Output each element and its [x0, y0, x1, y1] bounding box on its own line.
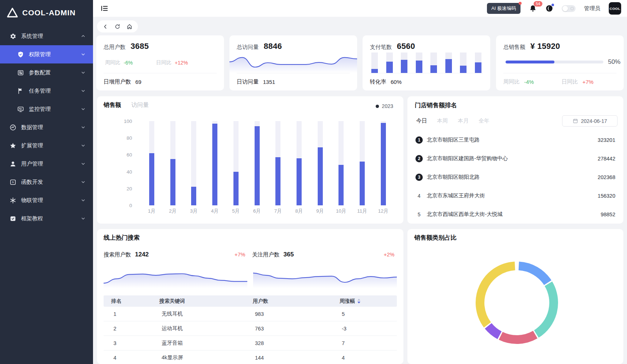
iot-icon: [9, 197, 16, 204]
theme-skin-button[interactable]: [545, 4, 553, 12]
store-name: 北京市朝阳区朝阳北路: [427, 174, 598, 181]
donut-segment-5: [480, 266, 515, 325]
bar-10月: [338, 165, 344, 205]
mini-bar-track: [401, 53, 407, 73]
sidebar-nav: 系统管理权限管理参数配置任务管理监控管理数据管理扩展管理用户管理fx函数开发物联…: [0, 27, 93, 228]
bar-8月: [297, 158, 302, 205]
week-ratio-value: -6%: [124, 60, 133, 66]
sidebar-item-shield[interactable]: 权限管理: [0, 45, 93, 63]
search-users-change: +7%: [235, 252, 245, 257]
chevron-down-icon: [81, 216, 86, 221]
dashboard-screen: COOL-ADMIN 系统管理权限管理参数配置任务管理监控管理数据管理扩展管理用…: [0, 0, 627, 364]
sidebar: COOL-ADMIN 系统管理权限管理参数配置任务管理监控管理数据管理扩展管理用…: [0, 0, 93, 364]
dark-mode-toggle[interactable]: [562, 5, 576, 12]
sidebar-item-fx[interactable]: fx函数开发: [0, 173, 93, 191]
ranking-tab[interactable]: 全年: [479, 117, 489, 124]
week-ratio-label: 周同比: [105, 59, 120, 66]
bar-9月: [318, 147, 323, 205]
table-cell: 3: [104, 340, 152, 346]
mini-bar-fill: [386, 62, 393, 73]
table-cell: -3: [332, 326, 397, 332]
x-axis-label: 8月: [291, 208, 307, 214]
stat-label: 总销售额: [503, 44, 525, 51]
category-share-title: 销售额类别占比: [414, 234, 457, 242]
store-sales-value: 278442: [598, 156, 615, 162]
avatar[interactable]: COOL: [609, 2, 621, 15]
bar-3月: [191, 187, 196, 205]
progress-track: [506, 61, 603, 63]
chevron-down-icon: [81, 179, 86, 185]
notifications-button[interactable]: 54: [529, 4, 537, 12]
table-row: 44k显示屏1444: [104, 351, 397, 364]
back-button[interactable]: [102, 24, 108, 30]
ranking-tab[interactable]: 本周: [437, 117, 448, 124]
table-cell: 763: [245, 326, 332, 332]
sidebar-item-gear[interactable]: 系统管理: [0, 27, 93, 45]
ranking-tab[interactable]: 本月: [458, 117, 469, 124]
user-icon: [9, 160, 16, 167]
sidebar-item-iot[interactable]: 物联管理: [0, 191, 93, 209]
store-name: 北京市朝阳区建国路-华贸购物中心: [427, 155, 598, 162]
stat-card-total-sales: 总销售额¥ 15920 50% 周同比-4% 日同比+7%: [496, 35, 624, 90]
bar-track: [255, 121, 260, 205]
legend-label: 2023: [382, 103, 393, 109]
follow-users-metric: 关注用户数 365: [252, 251, 294, 258]
table-header-cell[interactable]: 周涨幅: [332, 298, 397, 305]
shield-icon: [17, 51, 24, 58]
stat-card-payments: 支付笔数6560 转化率60%: [363, 35, 490, 90]
x-axis-label: 6月: [249, 208, 265, 214]
menu-fold-icon[interactable]: [100, 4, 108, 12]
notification-count-badge: 54: [534, 1, 542, 7]
sidebar-item-user[interactable]: 用户管理: [0, 155, 93, 173]
stat-label: 支付笔数: [370, 44, 392, 51]
sidebar-item-data[interactable]: 数据管理: [0, 118, 93, 136]
mini-bar-track: [416, 53, 422, 73]
bar-track: [191, 121, 196, 205]
sidebar-item-star[interactable]: 扩展管理: [0, 136, 93, 155]
day-ratio-value: +7%: [583, 79, 593, 85]
store-ranking-card: 门店销售额排名 今日本周本月全年 2024-06-17 1北京市朝阳区三里屯路3…: [407, 96, 623, 224]
ranking-row: 5北京市西城区西单北大街-大悦城98852: [407, 205, 623, 224]
y-axis-tick: 0: [110, 203, 132, 208]
y-axis-tick: 60: [110, 152, 132, 158]
chevron-down-icon: [81, 198, 86, 203]
sidebar-item-monitor[interactable]: 监控管理: [0, 100, 93, 118]
sales-progress: 50%: [506, 59, 620, 65]
bar-track: [297, 121, 302, 205]
footer-value: 1351: [263, 79, 275, 85]
table-cell: 1: [104, 311, 152, 317]
table-row: 3蓝牙音箱3287: [104, 336, 397, 351]
ranking-tab[interactable]: 今日: [416, 117, 427, 124]
sidebar-item-book[interactable]: 框架教程: [0, 209, 93, 228]
sidebar-item-params[interactable]: 参数配置: [0, 63, 93, 82]
x-axis-label: 4月: [207, 208, 223, 214]
params-icon: [17, 69, 24, 76]
footer-value: 60%: [391, 79, 402, 85]
rank-badge: 3: [415, 174, 423, 181]
ai-coding-button[interactable]: AI 极速编码: [487, 3, 520, 14]
bar-track: [149, 121, 154, 205]
home-button[interactable]: [127, 24, 132, 30]
table-cell: 7: [332, 340, 397, 346]
store-sales-value: 156320: [598, 193, 615, 199]
sidebar-item-flag[interactable]: 任务管理: [0, 82, 93, 100]
ranking-row: 4北京市东城区王府井大街156320: [407, 186, 623, 205]
week-ratio-value: -4%: [524, 79, 534, 85]
date-picker[interactable]: 2024-06-17: [562, 115, 618, 127]
footer-label: 日增用户数: [104, 78, 131, 85]
table-cell: 144: [245, 355, 332, 361]
chart-legend: 2023: [376, 103, 393, 109]
table-header-cell: 搜索关键词: [152, 298, 245, 305]
tab-sales[interactable]: 销售额: [104, 101, 121, 109]
bar-2月: [170, 159, 175, 205]
tab-visits[interactable]: 访问量: [131, 101, 149, 109]
mini-bar-fill: [460, 66, 467, 73]
sidebar-item-label: 扩展管理: [21, 142, 43, 149]
table-cell: 无线耳机: [152, 310, 245, 317]
refresh-button[interactable]: [115, 24, 120, 30]
svg-text:fx: fx: [12, 181, 14, 183]
table-header-cell: 用户数: [245, 298, 332, 305]
donut-segment-2: [537, 284, 554, 334]
stat-label: 总访问量: [237, 44, 259, 51]
sort-icon[interactable]: [357, 299, 360, 303]
